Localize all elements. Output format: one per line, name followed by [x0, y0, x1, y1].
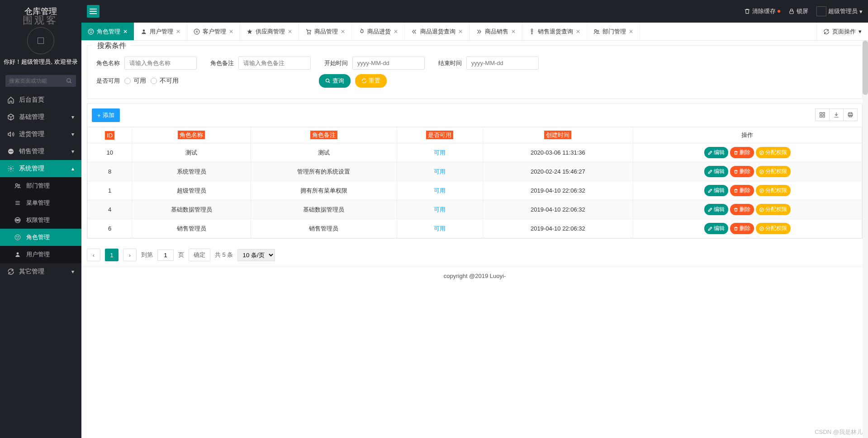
edit-button[interactable]: 编辑 [704, 185, 728, 196]
tab-3[interactable]: 供应商管理✕ [240, 23, 299, 40]
add-button[interactable]: + 添加 [92, 108, 120, 122]
close-icon[interactable]: ✕ [288, 28, 292, 35]
sidebar-search-input[interactable] [5, 75, 76, 87]
users-icon [593, 28, 600, 35]
tab-7[interactable]: 商品销售✕ [470, 23, 522, 40]
tab-4[interactable]: 商品管理✕ [299, 23, 352, 40]
scroll-thumb[interactable] [863, 41, 868, 95]
goto-confirm-button[interactable]: 确定 [189, 249, 210, 261]
table-row: 1超级管理员拥有所有菜单权限可用2019-04-10 22:06:32编辑删除分… [88, 181, 862, 200]
user-menu[interactable]: 超级管理员 ▾ [816, 6, 863, 16]
edit-button[interactable]: 编辑 [704, 147, 728, 158]
tab-6[interactable]: 商品退货查询✕ [405, 23, 470, 40]
tab-1[interactable]: 用户管理✕ [134, 23, 187, 40]
lock-screen-button[interactable]: 锁屏 [788, 7, 808, 15]
close-icon[interactable]: ✕ [123, 28, 128, 35]
end-time-input[interactable] [466, 57, 539, 70]
close-icon[interactable]: ✕ [511, 28, 516, 35]
edit-button[interactable]: 编辑 [704, 166, 728, 177]
svg-rect-36 [820, 113, 822, 114]
role-name-input[interactable] [124, 57, 197, 70]
scrollbar[interactable] [863, 41, 868, 438]
sidebar-sub-item-1[interactable]: 菜单管理 [0, 194, 81, 212]
tab-5[interactable]: 商品进货✕ [352, 23, 405, 40]
filter-columns-button[interactable] [815, 108, 830, 121]
tab-label: 用户管理 [150, 28, 173, 36]
sound-icon [7, 131, 15, 138]
tab-2[interactable]: 客户管理✕ [187, 23, 240, 40]
watermark-logo: 围观客 [23, 14, 58, 27]
page-actions-menu[interactable]: 页面操作 ▾ [816, 23, 868, 40]
notification-dot [778, 10, 780, 13]
sidebar-sub-item-4[interactable]: 用户管理 [0, 246, 81, 263]
edit-button[interactable]: 编辑 [704, 223, 728, 234]
sidebar-item-5[interactable]: 其它管理▾ [0, 263, 81, 280]
close-icon[interactable]: ✕ [394, 28, 398, 35]
tab-0[interactable]: 角色管理✕ [81, 23, 134, 40]
assign-button[interactable]: 分配权限 [756, 204, 791, 215]
cell-id: 8 [88, 162, 132, 181]
sidebar-item-1[interactable]: 基础管理▾ [0, 108, 81, 126]
table-header-0: ID [88, 127, 132, 143]
role-remark-input[interactable] [238, 57, 311, 70]
delete-button[interactable]: 删除 [730, 185, 754, 196]
sidebar-search[interactable] [5, 75, 76, 87]
cell-remark: 测试 [251, 143, 397, 162]
sidebar-sub-item-0[interactable]: 部门管理 [0, 177, 81, 194]
tab-label: 商品退货查询 [420, 28, 455, 36]
radio-available[interactable]: 可用 [124, 77, 146, 85]
delete-button[interactable]: 删除 [730, 147, 754, 158]
gear-icon [7, 165, 15, 172]
next-page-button[interactable]: › [123, 249, 137, 261]
close-icon[interactable]: ✕ [341, 28, 345, 35]
edit-button[interactable]: 编辑 [704, 204, 728, 215]
end-time-label: 结束时间 [438, 59, 462, 67]
close-icon[interactable]: ✕ [229, 28, 233, 35]
svg-line-1 [70, 82, 71, 83]
assign-button[interactable]: 分配权限 [756, 223, 791, 234]
cell-remark: 基础数据管理员 [251, 200, 397, 219]
svg-rect-37 [823, 113, 825, 114]
prev-page-button[interactable]: ‹ [87, 249, 100, 261]
sidebar-sub-item-2[interactable]: CC权限管理 [0, 212, 81, 229]
table-wrap: + 添加 ID角色名称角色备注是否可用创建时间操作 10测试测试可用2020-0… [87, 104, 863, 239]
goto-label: 到第 [141, 251, 153, 259]
close-icon[interactable]: ✕ [629, 28, 633, 35]
sidebar-item-4[interactable]: 系统管理▴ [0, 160, 81, 177]
export-button[interactable] [829, 108, 844, 121]
query-button[interactable]: 查询 [319, 74, 351, 88]
chevron-icon: ▾ [71, 148, 74, 155]
delete-button[interactable]: 删除 [730, 223, 754, 234]
close-icon[interactable]: ✕ [458, 28, 463, 35]
sidebar-item-3[interactable]: 销售管理▾ [0, 143, 81, 160]
lock-icon [788, 8, 795, 14]
clear-cache-button[interactable]: 清除缓存 [744, 7, 780, 15]
sidebar-item-0[interactable]: 后台首页 [0, 91, 81, 108]
per-page-select[interactable]: 10 条/页 [237, 249, 275, 261]
cell-name: 超级管理员 [132, 181, 251, 200]
svg-point-14 [15, 235, 20, 240]
sidebar-item-2[interactable]: 进货管理▾ [0, 126, 81, 143]
sidebar-sub-label: 角色管理 [26, 233, 50, 241]
assign-button[interactable]: 分配权限 [756, 166, 791, 177]
tab-9[interactable]: 部门管理✕ [587, 23, 640, 40]
search-icon[interactable] [66, 78, 72, 84]
page-input[interactable] [157, 250, 174, 261]
delete-button[interactable]: 删除 [730, 204, 754, 215]
radio-unavailable[interactable]: 不可用 [151, 77, 179, 85]
svg-point-26 [194, 29, 199, 34]
close-icon[interactable]: ✕ [176, 28, 180, 35]
cell-avail: 可用 [397, 219, 483, 238]
tab-8[interactable]: 销售退货查询✕ [522, 23, 587, 40]
close-icon[interactable]: ✕ [576, 28, 580, 35]
sidebar-sub-item-3[interactable]: 角色管理 [0, 229, 81, 246]
delete-button[interactable]: 删除 [730, 166, 754, 177]
start-time-input[interactable] [352, 57, 425, 70]
page-1-button[interactable]: 1 [105, 249, 119, 261]
table-header-3: 是否可用 [397, 127, 483, 143]
reset-button[interactable]: 重置 [355, 74, 387, 88]
print-button[interactable] [843, 108, 858, 121]
hamburger-button[interactable] [87, 5, 100, 18]
assign-button[interactable]: 分配权限 [756, 147, 791, 158]
assign-button[interactable]: 分配权限 [756, 185, 791, 196]
